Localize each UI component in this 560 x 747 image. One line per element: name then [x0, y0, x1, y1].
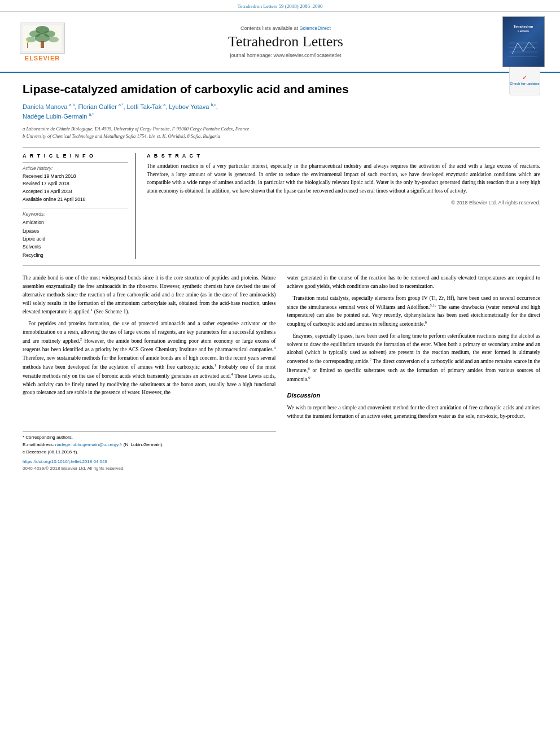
svg-rect-8: [27, 42, 28, 48]
check-updates-text: Check for updates: [510, 82, 539, 85]
article-history-block: Article history: Received 19 March 2018 …: [23, 162, 128, 203]
journal-header-center: Contents lists available at ScienceDirec…: [73, 25, 498, 58]
ref-2: 2: [80, 337, 82, 342]
keyword-solvents: Solvents: [23, 243, 128, 251]
elsevier-brand-text: ELSEVIER: [25, 55, 60, 62]
ref-8: 8: [308, 366, 310, 371]
svg-rect-7: [41, 41, 44, 48]
ref-6: 6: [425, 320, 427, 325]
ref-5: 5,1c: [430, 303, 436, 308]
ref-9: 9: [308, 375, 310, 380]
body-columns: The amide bond is one of the most widesp…: [23, 274, 540, 472]
footnote-corresponding: * Corresponding authors.: [23, 434, 276, 442]
authors-text: Daniela Manova a,b, Florian Gallier a,*,…: [23, 103, 218, 110]
abstract-section: A B S T R A C T The amidation reaction i…: [144, 153, 540, 260]
svg-point-9: [27, 42, 29, 43]
body-para-right-2: Transition metal catalysts, especially e…: [287, 294, 541, 329]
keyword-amidation: Amidation: [23, 219, 128, 226]
discussion-para: We wish to report here a simple and conv…: [287, 404, 541, 420]
received-date: Received 19 March 2018: [23, 173, 128, 181]
ref-1b: 1: [215, 363, 217, 368]
info-abstract-block: A R T I C L E I N F O Article history: R…: [23, 147, 540, 266]
journal-title: Tetrahedron Letters: [79, 33, 492, 50]
abstract-text: The amidation reaction is of a very part…: [147, 162, 540, 195]
history-label: Article history:: [23, 165, 128, 171]
keywords-label: Keywords:: [23, 211, 128, 217]
doi-link[interactable]: https://doi.org/10.1016/j.tetlet.2018.04…: [23, 458, 276, 465]
journal-cover-area: TetrahedronLetters: [498, 16, 549, 67]
keywords-block: Keywords: Amidation Lipases Lipoic acid …: [23, 208, 128, 259]
journal-cover-image: TetrahedronLetters: [502, 16, 545, 67]
footnote-email-label: E-mail address:: [23, 442, 54, 447]
footnote-email-person: (N. Lubin-Germain).: [124, 442, 164, 447]
elsevier-logo: ELSEVIER: [11, 23, 73, 62]
keyword-lipases: Lipases: [23, 227, 128, 235]
abstract-title: A B S T R A C T: [147, 153, 540, 159]
issn-line: 0040-4039/© 2018 Elsevier Ltd. All right…: [23, 465, 276, 472]
footnotes-divider: * Corresponding authors. E-mail address:…: [23, 431, 276, 472]
keyword-lipoic: Lipoic acid: [23, 235, 128, 243]
svg-point-6: [35, 33, 50, 42]
footnote-c: c Deceased (08.11.2016 †).: [23, 449, 276, 456]
homepage-line: journal homepage: www.elsevier.com/locat…: [79, 53, 492, 58]
ref-4: 4: [231, 372, 233, 377]
article-info-title: A R T I C L E I N F O: [23, 153, 128, 159]
journal-reference-bar: Tetrahedron Letters 59 (2018) 2086–2090: [0, 0, 560, 12]
body-column-right: water generated in the course of the rea…: [287, 274, 541, 472]
page: Tetrahedron Letters 59 (2018) 2086–2090: [0, 0, 560, 747]
footnote-email-line: E-mail address: nadege.lubin-germain@u-c…: [23, 442, 276, 449]
footnotes-area: * Corresponding authors. E-mail address:…: [23, 431, 276, 472]
check-badge-box: ✓ Check for updates: [509, 64, 540, 95]
affiliations: a Laboratoire de Chimie Biologique, EA 4…: [23, 125, 540, 140]
revised-date: Revised 17 April 2018: [23, 180, 128, 188]
cover-title-text: TetrahedronLetters: [513, 24, 535, 35]
science-direct-link[interactable]: ScienceDirect: [300, 25, 331, 31]
journal-header: ELSEVIER Contents lists available at Sci…: [0, 12, 560, 73]
body-column-left: The amide bond is one of the most widesp…: [23, 274, 276, 472]
article-content: ✓ Check for updates Lipase-catalyzed ami…: [0, 73, 560, 480]
body-para-right-3: Enzymes, especially lipases, have been u…: [287, 332, 541, 384]
ref-1a: 1: [91, 308, 93, 312]
science-direct-line: Contents lists available at ScienceDirec…: [79, 25, 492, 31]
available-date: Available online 21 April 2018: [23, 196, 128, 204]
svg-point-5: [49, 37, 59, 42]
affiliation-b: b University of Chemical Technology and …: [23, 133, 540, 140]
keyword-recycling: Recycling: [23, 251, 128, 259]
body-para-right-1: water generated in the course of the rea…: [287, 274, 541, 290]
ref-3: 3: [274, 346, 276, 350]
body-para-1: The amide bond is one of the most widesp…: [23, 274, 276, 316]
discussion-heading: Discussion: [287, 391, 541, 400]
copyright-notice: © 2018 Elsevier Ltd. All rights reserved…: [147, 200, 540, 206]
elsevier-tree-icon: [20, 23, 65, 54]
ref-7: 7: [370, 357, 372, 362]
check-updates-badge: ✓ Check for updates: [509, 64, 540, 95]
affiliation-a: a Laboratoire de Chimie Biologique, EA 4…: [23, 125, 540, 133]
authors-text-2: Nadège Lubin-Germain a,*: [23, 113, 94, 120]
journal-reference: Tetrahedron Letters 59 (2018) 2086–2090: [238, 3, 323, 9]
homepage-url: journal homepage: www.elsevier.com/locat…: [230, 53, 341, 58]
authors-line: Daniela Manova a,b, Florian Gallier a,*,…: [23, 102, 540, 121]
body-para-2: For peptides and proteins formation, the…: [23, 320, 276, 397]
article-title: Lipase-catalyzed amidation of carboxylic…: [23, 81, 540, 97]
article-info-panel: A R T I C L E I N F O Article history: R…: [23, 153, 135, 260]
accepted-date: Accepted 19 April 2018: [23, 188, 128, 196]
footnote-email-address[interactable]: nadege.lubin-germain@u-cergy.fr: [55, 442, 123, 447]
